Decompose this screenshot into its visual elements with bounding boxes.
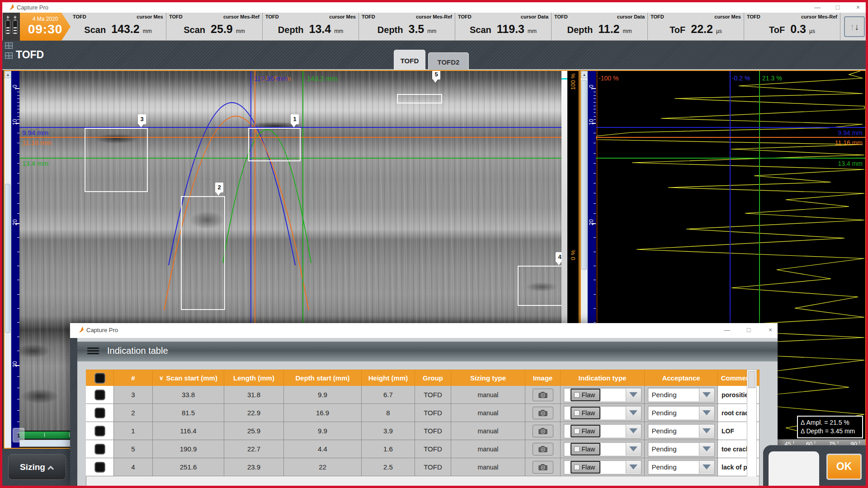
flaw-checkbox[interactable] (574, 428, 580, 434)
indication-box[interactable] (85, 128, 148, 192)
dropdown-button[interactable] (699, 389, 714, 401)
row-checkbox[interactable] (95, 426, 105, 436)
select-all-checkbox[interactable] (95, 373, 105, 383)
row-checkbox[interactable] (95, 390, 105, 400)
flaw-button[interactable]: Flaw (571, 443, 601, 455)
sizing-button[interactable]: Sizing (8, 454, 66, 480)
image-camera-button[interactable] (533, 461, 553, 474)
ok-button[interactable]: OK (826, 454, 862, 480)
arrow-down-icon: ↓ (854, 22, 859, 32)
dropdown-button[interactable] (626, 389, 641, 401)
close-icon[interactable]: × (764, 325, 777, 335)
indication-box[interactable] (397, 94, 442, 103)
camera-icon (538, 464, 548, 471)
minimize-icon[interactable]: — (720, 325, 734, 335)
measurement-value: Depth11.2 mm (552, 23, 647, 36)
indication-type-combo[interactable]: Flaw (564, 460, 642, 474)
dropdown-button[interactable] (699, 407, 714, 419)
indication-box[interactable] (518, 266, 561, 306)
flaw-button[interactable]: Flaw (571, 407, 601, 419)
depth-cursor-mes-line[interactable] (596, 127, 865, 128)
dropdown-button[interactable] (699, 443, 714, 455)
indication-type-combo[interactable]: Flaw (564, 406, 642, 420)
row-checkbox[interactable] (95, 408, 105, 418)
column-header-#[interactable]: # (114, 370, 153, 386)
scroll-up-icon[interactable]: ▲ (581, 71, 588, 78)
cell: Pending (645, 440, 718, 458)
dropdown-button[interactable] (626, 443, 641, 455)
image-camera-button[interactable] (533, 389, 553, 401)
row-checkbox[interactable] (95, 462, 105, 472)
menu-icon[interactable] (87, 347, 99, 356)
acceptance-combo[interactable]: Pending (648, 442, 715, 456)
bscan-vertical-scrollbar[interactable]: ▲ (5, 71, 11, 448)
depth-cursor-label: 11.16 mm (835, 139, 863, 146)
indication-type-combo[interactable]: Flaw (564, 442, 642, 456)
flaw-button[interactable]: Flaw (571, 461, 601, 474)
image-camera-button[interactable] (533, 407, 553, 419)
swap-cursors-button[interactable]: ↑↓ (844, 16, 865, 37)
table-scrollbar[interactable] (747, 370, 757, 488)
indication-type-combo[interactable]: Flaw (564, 388, 642, 402)
column-header-Indication type[interactable]: Indication type (561, 370, 645, 386)
measurement-cell: TOFDcursor Mes-RefToF0.3 µs (744, 13, 840, 41)
dropdown-button[interactable] (626, 425, 641, 437)
dropdown-button[interactable] (626, 461, 641, 474)
acceptance-combo[interactable]: Pending (648, 406, 715, 420)
minimize-icon[interactable]: — (811, 3, 824, 12)
indication-flag[interactable]: 3 (138, 114, 146, 124)
cell: 22.7 (224, 440, 284, 458)
cell (525, 422, 561, 440)
dropdown-button[interactable] (699, 425, 714, 437)
column-header-Sizing type[interactable]: Sizing type (451, 370, 525, 386)
indication-box[interactable] (248, 128, 301, 161)
acceptance-combo[interactable]: Pending (648, 424, 715, 438)
scrollbar-thumb[interactable] (581, 80, 587, 270)
group-nav-marker[interactable]: 1 (13, 428, 24, 442)
depth-cursor-ref-line[interactable] (596, 137, 865, 138)
measurement-toolbar: 4 Ma 2020 09:30 TOFDcursor MesScan143.2 … (2, 13, 866, 41)
layout-icon[interactable] (5, 42, 13, 49)
column-header-Height (mm)[interactable]: Height (mm) (362, 370, 415, 386)
depth-cursor-data-line[interactable] (596, 158, 865, 159)
close-icon[interactable]: × (851, 3, 865, 12)
column-header-select[interactable] (86, 370, 114, 386)
maximize-icon[interactable]: □ (742, 325, 755, 335)
image-camera-button[interactable] (533, 443, 553, 455)
flaw-checkbox[interactable] (574, 446, 580, 452)
indication-flag[interactable]: 5 (432, 71, 440, 80)
flaw-checkbox[interactable] (574, 410, 580, 416)
tab-tofd2[interactable]: TOFD2 (428, 52, 469, 70)
indication-flag[interactable]: 2 (215, 183, 223, 192)
image-camera-button[interactable] (533, 425, 553, 437)
flaw-checkbox[interactable] (574, 392, 580, 398)
row-checkbox[interactable] (95, 444, 105, 454)
column-header-Group[interactable]: Group (415, 370, 451, 386)
measurement-cell: TOFDcursor DataScan119.3 mm (455, 13, 552, 41)
acceptance-combo[interactable]: Pending (648, 388, 715, 402)
scroll-up-icon[interactable]: ▲ (5, 71, 11, 78)
scrollbar-thumb[interactable] (5, 184, 10, 333)
column-header-Depth start (mm)[interactable]: Depth start (mm) (284, 370, 362, 386)
dropdown-button[interactable] (699, 461, 714, 474)
tab-tofd[interactable]: TOFD (394, 50, 425, 70)
ruler-label: 20 (588, 217, 594, 228)
flaw-button[interactable]: Flaw (571, 389, 601, 401)
scrollbar-thumb[interactable] (748, 371, 755, 388)
measurement-value: Scan119.3 mm (455, 23, 551, 36)
column-header-Acceptance[interactable]: Acceptance (645, 370, 718, 386)
dropdown-button[interactable] (626, 407, 641, 419)
column-header-Scan start (mm)[interactable]: ∨Scan start (mm) (153, 370, 224, 386)
measurement-value: Depth3.5 mm (359, 23, 455, 36)
layout-icon[interactable] (5, 52, 13, 59)
acceptance-combo[interactable]: Pending (648, 460, 715, 474)
indication-box[interactable] (181, 196, 225, 310)
indication-flag[interactable]: 1 (291, 114, 299, 124)
column-header-Length (mm)[interactable]: Length (mm) (224, 370, 284, 386)
flaw-checkbox[interactable] (574, 465, 580, 470)
indication-flag[interactable]: 4 (556, 252, 561, 262)
column-header-Image[interactable]: Image (525, 370, 561, 386)
maximize-icon[interactable]: □ (831, 3, 844, 12)
indication-type-combo[interactable]: Flaw (564, 424, 642, 438)
flaw-button[interactable]: Flaw (571, 425, 601, 437)
